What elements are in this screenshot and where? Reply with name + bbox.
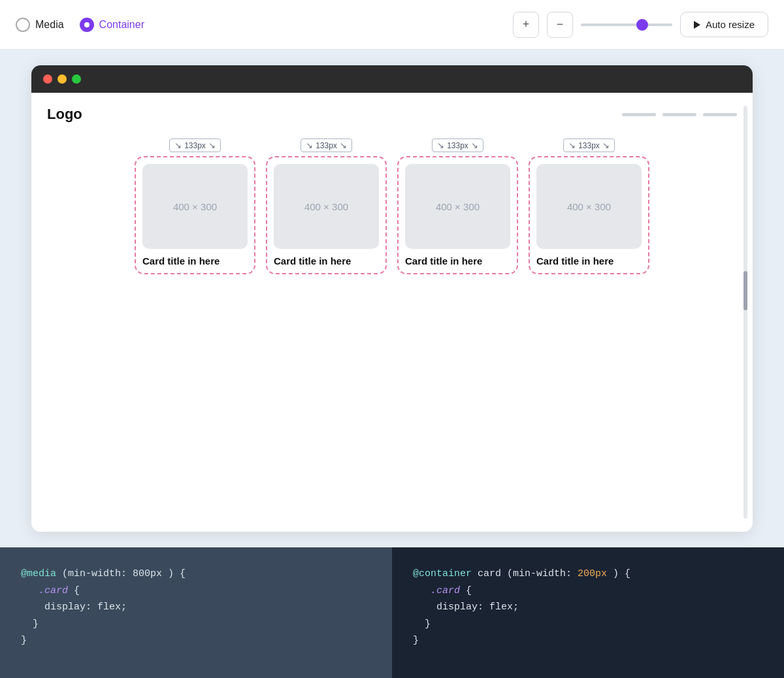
card-item-0[interactable]: 400 × 300 Card title in here xyxy=(135,156,255,274)
arrow-left-3: ↙ xyxy=(568,140,576,150)
nav-line-2 xyxy=(662,113,696,116)
browser-titlebar xyxy=(31,65,753,93)
arrow-left-0: ↙ xyxy=(174,140,182,150)
zoom-in-button[interactable]: + xyxy=(513,12,539,38)
container-radio[interactable] xyxy=(80,18,94,32)
arrow-down-1: ↘ xyxy=(340,140,347,150)
container-code-panel: @container card (min-width: 200px ) { .c… xyxy=(392,547,784,678)
container-line-3: display: flex; xyxy=(413,599,763,616)
media-label: Media xyxy=(35,19,64,31)
card-item-2[interactable]: 400 × 300 Card title in here xyxy=(397,156,518,274)
media-line-3: display: flex; xyxy=(21,599,371,616)
spacing-badge-3: ↙ 133px ↘ xyxy=(563,138,615,152)
browser-nav-lines xyxy=(622,113,737,116)
spacing-indicator-2: ↙ 133px ↘ xyxy=(397,138,518,152)
media-line-4: } xyxy=(21,616,371,633)
toolbar: Media Container + − Auto resize xyxy=(0,0,784,50)
nav-line-1 xyxy=(622,113,656,116)
spacing-indicator-3: ↙ 133px ↘ xyxy=(529,138,649,152)
card-item-1[interactable]: 400 × 300 Card title in here xyxy=(266,156,387,274)
card-image-1: 400 × 300 xyxy=(274,164,379,249)
auto-resize-button[interactable]: Auto resize xyxy=(680,12,768,37)
spacing-indicator-1: ↙ 133px ↘ xyxy=(266,138,387,152)
spacing-badge-0: ↙ 133px ↘ xyxy=(169,138,221,152)
main-area: Logo ↙ 133px ↘ ↙ xyxy=(0,50,784,547)
auto-resize-label: Auto resize xyxy=(706,19,755,30)
scrollbar-track xyxy=(743,106,747,519)
card-title-1: Card title in here xyxy=(274,255,379,266)
card-title-2: Card title in here xyxy=(405,255,510,266)
spacing-indicator-0: ↙ 133px ↘ xyxy=(135,138,255,152)
card-image-0: 400 × 300 xyxy=(142,164,248,249)
spacing-indicators-row: ↙ 133px ↘ ↙ 133px ↘ ↙ 133px xyxy=(47,138,737,152)
container-line-4: } xyxy=(413,616,763,633)
spacing-value-1: 133px xyxy=(316,141,337,150)
media-mode-option[interactable]: Media xyxy=(16,18,64,32)
container-line-5: } xyxy=(413,632,763,649)
media-line-5: } xyxy=(21,632,371,649)
nav-line-3 xyxy=(703,113,737,116)
card-image-3: 400 × 300 xyxy=(536,164,642,249)
play-icon xyxy=(694,21,700,29)
card-title-3: Card title in here xyxy=(536,255,642,266)
arrow-down-0: ↘ xyxy=(208,140,216,150)
spacing-value-3: 133px xyxy=(578,141,600,150)
card-image-2: 400 × 300 xyxy=(405,164,510,249)
traffic-light-yellow[interactable] xyxy=(57,74,67,84)
media-code-panel: @media (min-width: 800px ) { .card { dis… xyxy=(0,547,392,678)
arrow-down-2: ↘ xyxy=(471,140,478,150)
cards-wrapper: 400 × 300 Card title in here 400 × 300 C… xyxy=(47,156,737,519)
browser-content: Logo ↙ 133px ↘ ↙ xyxy=(31,93,753,532)
toolbar-controls: + − Auto resize xyxy=(513,12,768,38)
arrow-left-2: ↙ xyxy=(437,140,444,150)
container-line-2: .card { xyxy=(413,583,763,600)
zoom-slider[interactable] xyxy=(581,24,672,26)
zoom-out-button[interactable]: − xyxy=(547,12,573,38)
container-label: Container xyxy=(99,19,144,31)
card-title-0: Card title in here xyxy=(142,255,248,266)
browser-logo: Logo xyxy=(47,106,82,123)
arrow-down-3: ↘ xyxy=(602,140,610,150)
spacing-badge-2: ↙ 133px ↘ xyxy=(432,138,483,152)
media-radio[interactable] xyxy=(16,18,30,32)
browser-mockup: Logo ↙ 133px ↘ ↙ xyxy=(31,65,753,532)
browser-nav: Logo xyxy=(47,106,737,123)
code-panels: @media (min-width: 800px ) { .card { dis… xyxy=(0,547,784,678)
media-line-1: @media (min-width: 800px ) { xyxy=(21,566,371,583)
spacing-value-0: 133px xyxy=(184,141,206,150)
container-mode-option[interactable]: Container xyxy=(80,18,144,32)
traffic-light-red[interactable] xyxy=(43,74,52,84)
zoom-slider-container xyxy=(581,24,672,26)
media-line-2: .card { xyxy=(21,583,371,600)
scrollbar-thumb[interactable] xyxy=(743,271,747,310)
arrow-left-1: ↙ xyxy=(306,140,313,150)
spacing-badge-1: ↙ 133px ↘ xyxy=(301,138,352,152)
container-line-1: @container card (min-width: 200px ) { xyxy=(413,566,763,583)
spacing-value-2: 133px xyxy=(447,141,468,150)
traffic-light-green[interactable] xyxy=(72,74,81,84)
card-item-3[interactable]: 400 × 300 Card title in here xyxy=(529,156,649,274)
